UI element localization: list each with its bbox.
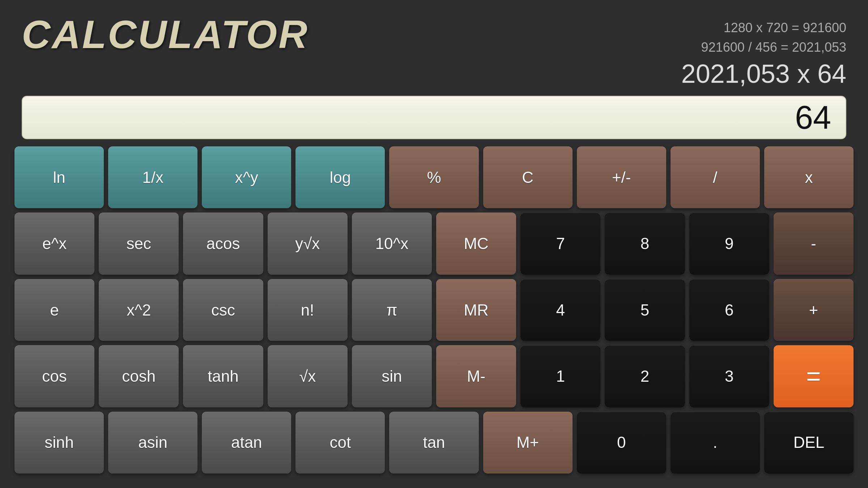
mc-button[interactable]: MC: [436, 213, 516, 274]
nine-button[interactable]: 9: [689, 213, 769, 274]
display-area: 64: [22, 96, 846, 139]
four-button[interactable]: 4: [520, 279, 600, 341]
history-area: 1280 x 720 = 921600 921600 / 456 = 2021,…: [681, 14, 846, 89]
display-value: 64: [795, 99, 831, 136]
clear-button[interactable]: C: [483, 146, 573, 208]
sqrt-button[interactable]: √x: [268, 345, 348, 407]
history-main: 2021,053 x 64: [681, 59, 846, 89]
tenpowx-button[interactable]: 10^x: [352, 213, 432, 274]
csc-button[interactable]: csc: [183, 279, 263, 341]
decimal-button[interactable]: .: [671, 412, 760, 474]
key-row-3: e x^2 csc n! π MR 4 5 6 +: [14, 279, 854, 341]
key-row-2: e^x sec acos y√x 10^x MC 7 8 9 -: [14, 213, 854, 274]
factorial-button[interactable]: n!: [268, 279, 348, 341]
divide-button[interactable]: /: [671, 146, 760, 208]
negate-button[interactable]: +/-: [577, 146, 666, 208]
sec-button[interactable]: sec: [99, 213, 179, 274]
cosh-button[interactable]: cosh: [99, 345, 179, 407]
ynrtx-button[interactable]: y√x: [268, 213, 348, 274]
log-button[interactable]: log: [295, 146, 385, 208]
percent-button[interactable]: %: [389, 146, 478, 208]
sinh-button[interactable]: sinh: [14, 412, 104, 474]
two-button[interactable]: 2: [605, 345, 685, 407]
pi-button[interactable]: π: [352, 279, 432, 341]
cos-button[interactable]: cos: [14, 345, 94, 407]
top-area: CALCULATOR 1280 x 720 = 921600 921600 / …: [0, 0, 868, 96]
ln-button[interactable]: ln: [14, 146, 104, 208]
key-row-4: cos cosh tanh √x sin M- 1 2 3 =: [14, 345, 854, 407]
xpowy-button[interactable]: x^y: [202, 146, 291, 208]
key-row-1: ln 1/x x^y log % C +/- / x: [14, 146, 854, 208]
reciprocal-button[interactable]: 1/x: [108, 146, 197, 208]
app-title: CALCULATOR: [22, 14, 309, 54]
mplus-button[interactable]: M+: [483, 412, 573, 474]
sin-button[interactable]: sin: [352, 345, 432, 407]
multiply-button[interactable]: x: [764, 146, 854, 208]
asin-button[interactable]: asin: [108, 412, 197, 474]
epowx-button[interactable]: e^x: [14, 213, 94, 274]
history-line1: 1280 x 720 = 921600: [681, 18, 846, 38]
subtract-button[interactable]: -: [774, 213, 854, 274]
one-button[interactable]: 1: [520, 345, 600, 407]
xsq-button[interactable]: x^2: [99, 279, 179, 341]
five-button[interactable]: 5: [605, 279, 685, 341]
tanh-button[interactable]: tanh: [183, 345, 263, 407]
mr-button[interactable]: MR: [436, 279, 516, 341]
eight-button[interactable]: 8: [605, 213, 685, 274]
keypad-area: ln 1/x x^y log % C +/- / x e^x sec acos …: [0, 146, 868, 488]
tan-button[interactable]: tan: [389, 412, 478, 474]
euler-button[interactable]: e: [14, 279, 94, 341]
equals-button[interactable]: =: [774, 345, 854, 407]
add-button[interactable]: +: [774, 279, 854, 341]
mminus-button[interactable]: M-: [436, 345, 516, 407]
six-button[interactable]: 6: [689, 279, 769, 341]
delete-button[interactable]: DEL: [764, 412, 854, 474]
seven-button[interactable]: 7: [520, 213, 600, 274]
atan-button[interactable]: atan: [202, 412, 291, 474]
cot-button[interactable]: cot: [295, 412, 385, 474]
key-row-5: sinh asin atan cot tan M+ 0 . DEL: [14, 412, 854, 474]
three-button[interactable]: 3: [689, 345, 769, 407]
acos-button[interactable]: acos: [183, 213, 263, 274]
zero-button[interactable]: 0: [577, 412, 666, 474]
history-line2: 921600 / 456 = 2021,053: [681, 38, 846, 57]
